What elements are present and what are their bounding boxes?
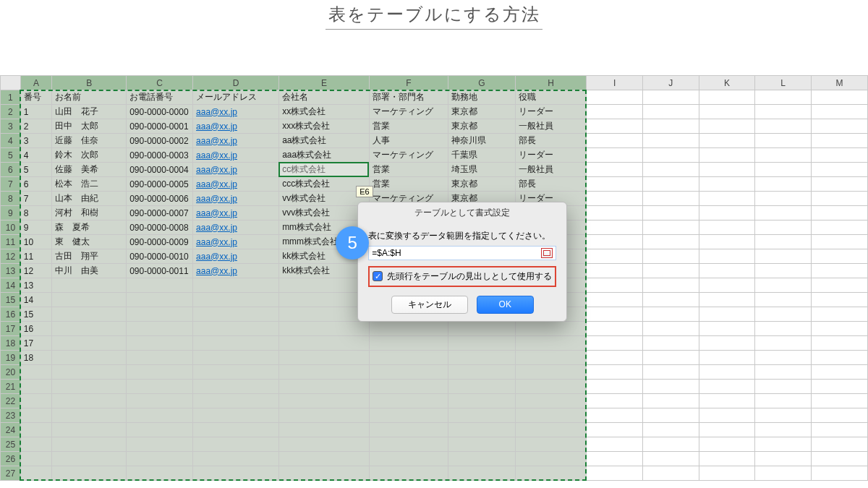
row-header-13[interactable]: 13 [1,264,21,278]
cell-E5[interactable]: aaa株式会社 [279,148,370,163]
cell-J19[interactable] [642,351,699,365]
cell-J25[interactable] [642,437,699,452]
format-as-table-dialog[interactable]: テーブルとして書式設定 表に変換するデータ範囲を指定してください。 ✓ 先頭行を… [357,202,567,322]
cell-D7[interactable]: aaa@xx.jp [193,177,279,192]
cell-C6[interactable]: 090-0000-0004 [127,163,193,177]
cell-I11[interactable] [587,235,643,249]
cell-D24[interactable] [193,423,279,437]
cell-B6[interactable]: 佐藤 美希 [52,163,127,177]
cell-L10[interactable] [755,221,812,235]
cell-D17[interactable] [193,322,279,336]
row-header-3[interactable]: 3 [1,119,21,134]
cell-G2[interactable]: 東京都 [448,105,516,119]
cell-M3[interactable] [812,119,868,134]
cell-A17[interactable]: 16 [20,322,52,336]
cell-D18[interactable] [193,336,279,351]
cell-B10[interactable]: 森 夏希 [52,221,127,235]
cell-B23[interactable] [52,408,127,423]
row-header-25[interactable]: 25 [1,437,21,452]
cell-K3[interactable] [699,119,755,134]
row-header-17[interactable]: 17 [1,322,21,336]
cell-D6[interactable]: aaa@xx.jp [193,163,279,177]
col-header-B[interactable]: B [52,76,127,90]
cell-H23[interactable] [515,408,586,423]
cell-E2[interactable]: xx株式会社 [279,105,370,119]
mail-link[interactable]: aaa@xx.jp [196,223,237,233]
cell-J16[interactable] [642,307,699,322]
cell-C9[interactable]: 090-0000-0007 [127,206,193,221]
cell-B19[interactable] [52,351,127,365]
cell-E21[interactable] [279,380,370,394]
cell-K14[interactable] [699,278,755,293]
cell-E20[interactable] [279,365,370,380]
cell-I13[interactable] [587,264,643,278]
cell-L4[interactable] [755,134,812,148]
cell-C27[interactable] [127,466,193,481]
cell-K1[interactable] [699,90,755,105]
cell-L16[interactable] [755,307,812,322]
ok-button[interactable]: OK [477,296,534,314]
cell-G18[interactable] [448,336,516,351]
cell-G4[interactable]: 神奈川県 [448,134,516,148]
cell-D16[interactable] [193,307,279,322]
cell-A26[interactable] [20,452,52,466]
mail-link[interactable]: aaa@xx.jp [196,107,237,117]
cell-B9[interactable]: 河村 和樹 [52,206,127,221]
cell-K17[interactable] [699,322,755,336]
cell-D22[interactable] [193,394,279,408]
cell-D5[interactable]: aaa@xx.jp [193,148,279,163]
cell-L19[interactable] [755,351,812,365]
mail-link[interactable]: aaa@xx.jp [196,194,237,204]
cell-J12[interactable] [642,249,699,264]
row-header-19[interactable]: 19 [1,351,21,365]
cell-K19[interactable] [699,351,755,365]
cell-D26[interactable] [193,452,279,466]
cell-I25[interactable] [587,437,643,452]
header-checkbox[interactable]: ✓ [373,271,383,281]
cell-L3[interactable] [755,119,812,134]
row-header-14[interactable]: 14 [1,278,21,293]
cell-A24[interactable] [20,423,52,437]
cell-D9[interactable]: aaa@xx.jp [193,206,279,221]
cell-I24[interactable] [587,423,643,437]
cell-M27[interactable] [812,466,868,481]
cell-E4[interactable]: aa株式会社 [279,134,370,148]
mail-link[interactable]: aaa@xx.jp [196,136,237,146]
cell-A13[interactable]: 12 [20,264,52,278]
cell-M1[interactable] [812,90,868,105]
cell-I14[interactable] [587,278,643,293]
cell-A12[interactable]: 11 [20,249,52,264]
cell-A6[interactable]: 5 [20,163,52,177]
cell-J1[interactable] [642,90,699,105]
cell-E14[interactable] [279,278,370,293]
cell-A23[interactable] [20,408,52,423]
cell-F4[interactable]: 人事 [369,134,448,148]
cell-M6[interactable] [812,163,868,177]
cell-D15[interactable] [193,293,279,307]
col-header-D[interactable]: D [193,76,279,90]
cell-G5[interactable]: 千葉県 [448,148,516,163]
cell-J2[interactable] [642,105,699,119]
cancel-button[interactable]: キャンセル [391,296,468,314]
cell-H6[interactable]: 一般社員 [515,163,586,177]
cell-D13[interactable]: aaa@xx.jp [193,264,279,278]
row-header-27[interactable]: 27 [1,466,21,481]
cell-M20[interactable] [812,365,868,380]
cell-I17[interactable] [587,322,643,336]
cell-M19[interactable] [812,351,868,365]
cell-K13[interactable] [699,264,755,278]
cell-B14[interactable] [52,278,127,293]
cell-D12[interactable]: aaa@xx.jp [193,249,279,264]
cell-C11[interactable]: 090-0000-0009 [127,235,193,249]
cell-D20[interactable] [193,365,279,380]
cell-I22[interactable] [587,394,643,408]
cell-C8[interactable]: 090-0000-0006 [127,192,193,206]
cell-M2[interactable] [812,105,868,119]
cell-D14[interactable] [193,278,279,293]
col-header-K[interactable]: K [699,76,755,90]
cell-K4[interactable] [699,134,755,148]
cell-G7[interactable]: 東京都 [448,177,516,192]
cell-A14[interactable]: 13 [20,278,52,293]
cell-G17[interactable] [448,322,516,336]
cell-K9[interactable] [699,206,755,221]
